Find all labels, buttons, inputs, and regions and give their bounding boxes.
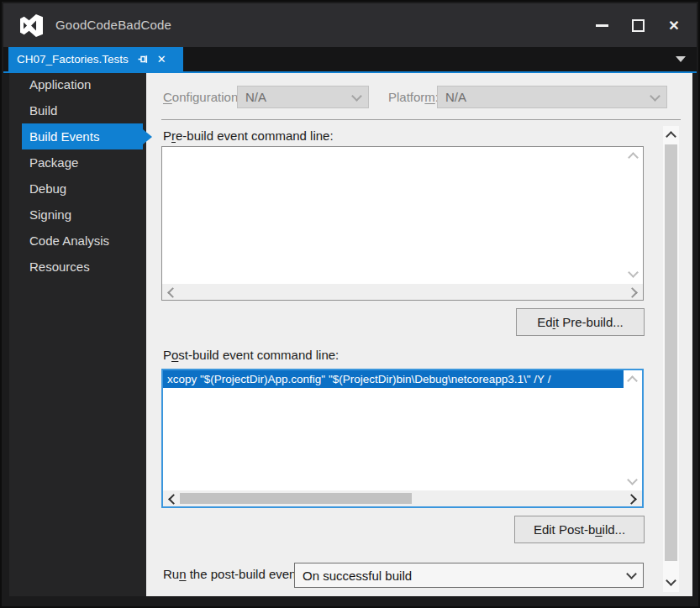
scrollbar-thumb[interactable] (180, 493, 412, 504)
platform-label: Platform: (388, 90, 439, 104)
scroll-up-icon[interactable] (666, 131, 676, 142)
chevron-down-icon (626, 569, 637, 579)
window-controls: ✕ (587, 14, 688, 37)
accent-divider (3, 71, 697, 73)
window-title: GoodCodeBadCode (55, 18, 171, 32)
sidebar-item-label: Signing (29, 207, 71, 222)
configuration-select: N/A (237, 86, 369, 108)
tab-close-icon[interactable]: ✕ (157, 54, 166, 65)
prebuild-command-textarea[interactable] (161, 146, 644, 301)
properties-sidebar: ApplicationBuildBuild EventsPackageDebug… (9, 73, 146, 596)
postbuild-command-text-selected: xcopy "$(ProjectDir)App.config" "$(Proje… (163, 370, 624, 388)
sidebar-item-label: Build (29, 103, 57, 118)
tab-overflow-dropdown-icon[interactable] (676, 56, 686, 62)
sidebar-item-label: Resources (29, 259, 90, 274)
scroll-left-icon[interactable] (168, 494, 179, 505)
document-tab-strip: CH07_Factories.Tests ✕ (3, 47, 697, 71)
sidebar-item-resources[interactable]: Resources (9, 254, 146, 280)
configuration-label: Configuration: (163, 90, 241, 104)
close-button[interactable]: ✕ (660, 14, 688, 37)
document-tab[interactable]: CH07_Factories.Tests ✕ (8, 47, 183, 71)
panel-vertical-scrollbar[interactable] (663, 126, 679, 592)
pin-icon[interactable] (137, 53, 150, 66)
maximize-icon (632, 19, 645, 32)
chevron-down-icon (351, 91, 362, 102)
sidebar-item-label: Code Analysis (29, 233, 109, 248)
platform-value: N/A (445, 90, 466, 104)
visual-studio-logo-icon (20, 14, 43, 37)
textarea-scroll-up-icon[interactable] (628, 152, 639, 163)
title-bar: GoodCodeBadCode ✕ (3, 3, 697, 47)
properties-page: ApplicationBuildBuild EventsPackageDebug… (9, 73, 692, 596)
sidebar-item-code-analysis[interactable]: Code Analysis (9, 228, 146, 254)
build-events-panel: Configuration: N/A Platform: N/A Pre-bui… (146, 73, 692, 596)
textarea-scroll-down-icon[interactable] (627, 474, 638, 485)
sidebar-item-label: Debug (29, 181, 66, 196)
prebuild-command-text (162, 154, 171, 159)
section-divider (161, 119, 681, 120)
edit-postbuild-button[interactable]: Edit Post-build... (514, 516, 645, 543)
run-postbuild-event-label: Run the post-build event: (163, 567, 303, 581)
scroll-down-icon[interactable] (666, 575, 676, 586)
minimize-icon (596, 24, 608, 27)
minimize-button[interactable] (587, 14, 616, 37)
textarea-horizontal-scrollbar[interactable] (163, 490, 642, 506)
sidebar-item-label: Application (29, 77, 91, 92)
scroll-left-icon[interactable] (167, 287, 178, 298)
postbuild-label: Post-build event command line: (163, 348, 339, 362)
run-postbuild-event-value: On successful build (303, 569, 412, 583)
sidebar-item-label: Package (29, 155, 78, 170)
edit-prebuild-button[interactable]: Edit Pre-build... (516, 308, 645, 336)
scrollbar-thumb[interactable] (665, 144, 677, 561)
sidebar-item-build-events[interactable]: Build Events (22, 123, 143, 149)
platform-select: N/A (437, 86, 667, 108)
sidebar-nav: ApplicationBuildBuild EventsPackageDebug… (9, 71, 146, 280)
sidebar-item-label: Build Events (29, 129, 99, 144)
sidebar-item-build[interactable]: Build (9, 97, 146, 123)
close-icon: ✕ (668, 19, 679, 33)
sidebar-item-debug[interactable]: Debug (9, 176, 146, 202)
configuration-value: N/A (245, 90, 266, 104)
sidebar-item-package[interactable]: Package (9, 149, 146, 176)
chevron-down-icon (650, 91, 661, 102)
textarea-scroll-up-icon[interactable] (627, 375, 638, 386)
textarea-horizontal-scrollbar[interactable] (162, 284, 643, 300)
textarea-scroll-down-icon[interactable] (628, 267, 639, 278)
prebuild-label: Pre-build event command line: (163, 128, 334, 143)
tab-label: CH07_Factories.Tests (17, 53, 129, 66)
scroll-right-icon[interactable] (626, 494, 637, 505)
maximize-button[interactable] (624, 14, 652, 37)
vs-window: GoodCodeBadCode ✕ CH07_Factories.Tests ✕ (0, 0, 700, 608)
sidebar-item-signing[interactable]: Signing (9, 202, 146, 228)
postbuild-command-textarea[interactable]: xcopy "$(ProjectDir)App.config" "$(Proje… (161, 369, 644, 508)
sidebar-item-application[interactable]: Application (9, 71, 146, 97)
run-postbuild-event-select[interactable]: On successful build (294, 563, 644, 588)
scroll-right-icon[interactable] (627, 287, 638, 298)
